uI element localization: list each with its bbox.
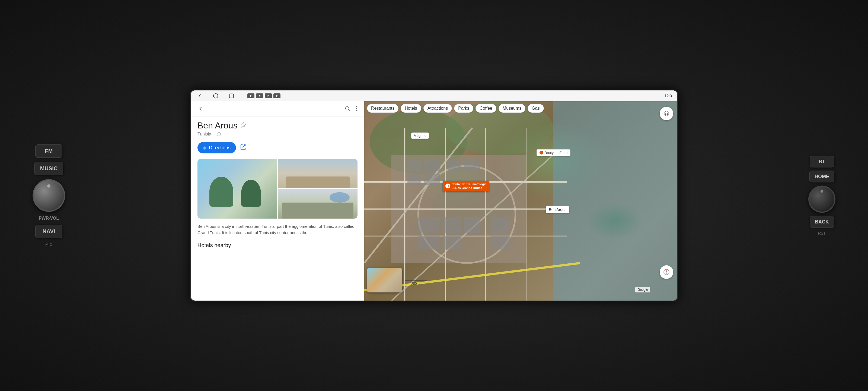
svg-point-9: [356, 108, 358, 109]
ben-arous-label: Ben Arous: [546, 206, 569, 213]
hospital-marker[interactable]: H Centre de TraumatologieEl-Des Grands B…: [443, 181, 489, 191]
svg-marker-2: [250, 95, 252, 97]
map-satellite-layer: [364, 101, 677, 301]
map-scale: 200 m: [405, 280, 427, 286]
action-buttons: ◆ Directions: [191, 139, 364, 157]
megrine-label: Mégrine: [411, 133, 429, 139]
bt-button[interactable]: BT: [810, 156, 834, 168]
svg-rect-40: [443, 236, 462, 250]
chip-hotels[interactable]: Hotels: [401, 104, 421, 113]
svg-marker-47: [666, 272, 667, 274]
svg-rect-1: [229, 94, 234, 98]
back-button[interactable]: BACK: [810, 216, 834, 228]
chip-attractions[interactable]: Attractions: [424, 104, 452, 113]
svg-rect-39: [418, 236, 440, 250]
place-description: Ben Arous is a city in north-eastern Tun…: [191, 221, 364, 239]
volume-knob[interactable]: [33, 179, 65, 212]
hospital-icon: H: [445, 184, 450, 189]
share-button[interactable]: [240, 144, 246, 151]
map-roads-svg: [364, 101, 677, 301]
car-dashboard: 12:0: [0, 0, 868, 391]
chip-restaurants[interactable]: Restaurants: [367, 104, 399, 113]
svg-rect-32: [407, 174, 421, 185]
infotainment-screen: 12:0: [190, 90, 678, 301]
panel-header: [191, 101, 364, 116]
street-view-image: [367, 268, 402, 292]
food-label: Boutytoa Food: [545, 151, 568, 155]
svg-rect-37: [443, 217, 462, 233]
food-marker[interactable]: Boutytoa Food: [536, 149, 571, 156]
directions-button[interactable]: ◆ Directions: [197, 142, 236, 153]
chip-gas[interactable]: Gas: [528, 104, 544, 113]
svg-rect-33: [424, 174, 440, 185]
place-name: Ben Arous: [197, 120, 358, 131]
right-knob[interactable]: [808, 186, 835, 213]
svg-marker-3: [259, 95, 261, 97]
media-btn-3[interactable]: [265, 93, 272, 98]
place-info-panel: Ben Arous Tunisia ·: [191, 90, 364, 301]
svg-rect-41: [491, 217, 510, 233]
music-button[interactable]: MUSIC: [34, 162, 63, 175]
directions-icon: ◆: [203, 145, 207, 151]
hotels-nearby-section: Hotels nearby: [191, 240, 364, 251]
media-btn-4[interactable]: [273, 93, 280, 98]
save-icon[interactable]: [240, 122, 246, 130]
recents-nav-button[interactable]: [227, 92, 235, 100]
fm-button[interactable]: FM: [35, 144, 62, 158]
svg-line-7: [348, 110, 350, 111]
svg-marker-44: [664, 111, 669, 114]
svg-rect-38: [464, 217, 480, 233]
svg-rect-36: [418, 217, 440, 233]
svg-rect-15: [553, 101, 677, 301]
photo-2[interactable]: [278, 159, 358, 188]
compass-icon: [663, 269, 670, 275]
svg-point-6: [346, 107, 349, 110]
header-icons: [344, 106, 358, 113]
search-button[interactable]: [344, 106, 350, 113]
info-icon: [217, 132, 221, 136]
pwr-vol-label: PWR·VOL: [39, 216, 59, 221]
svg-marker-4: [268, 95, 269, 97]
megrine-marker[interactable]: Mégrine: [411, 133, 429, 139]
home-nav-button[interactable]: [212, 92, 219, 100]
back-nav-button[interactable]: [196, 92, 204, 100]
svg-rect-42: [491, 236, 510, 250]
map-layer-button[interactable]: [660, 107, 673, 120]
chip-coffee[interactable]: Coffee: [475, 104, 496, 113]
rst-label: RST: [818, 231, 826, 235]
svg-rect-30: [407, 161, 421, 171]
map-panel[interactable]: 12:0 ▌▌▌ ▌▌: [364, 90, 677, 301]
media-btn-1[interactable]: [247, 93, 254, 98]
svg-marker-5: [276, 95, 278, 97]
svg-rect-34: [448, 161, 461, 171]
ben-arous-marker[interactable]: Ben Arous: [546, 206, 569, 213]
place-subtitle: Tunisia ·: [197, 132, 358, 137]
svg-marker-11: [241, 122, 246, 127]
left-controls: FM MUSIC PWR·VOL NAVI MIC: [33, 144, 65, 247]
media-btn-2[interactable]: [256, 93, 263, 98]
more-options-button[interactable]: [356, 106, 358, 113]
chip-museums[interactable]: Museums: [499, 104, 525, 113]
svg-rect-31: [424, 161, 440, 171]
navi-button[interactable]: NAVI: [35, 225, 62, 238]
svg-point-8: [356, 106, 358, 107]
hospital-label: Centre de TraumatologieEl-Des Grands Brû…: [452, 182, 487, 190]
svg-point-10: [356, 110, 358, 111]
map-chips: Restaurants Hotels Attractions Parks Cof…: [367, 104, 675, 113]
android-status-bar: 12:0: [191, 90, 677, 101]
chip-parks[interactable]: Parks: [454, 104, 473, 113]
android-nav-buttons: [196, 92, 280, 100]
street-view-thumbnail[interactable]: [367, 268, 402, 292]
google-attribution: Google: [635, 287, 650, 292]
food-icon: [539, 151, 543, 155]
svg-rect-35: [464, 161, 480, 171]
svg-marker-46: [666, 270, 667, 272]
photo-1[interactable]: [197, 159, 277, 219]
home-button[interactable]: HOME: [809, 171, 834, 183]
status-time: 12:0: [664, 94, 672, 98]
photo-3[interactable]: [278, 189, 358, 219]
place-title-section: Ben Arous Tunisia ·: [191, 116, 364, 139]
panel-back-button[interactable]: [197, 105, 204, 113]
compass-button[interactable]: [660, 265, 673, 279]
photo-grid: [197, 159, 358, 219]
